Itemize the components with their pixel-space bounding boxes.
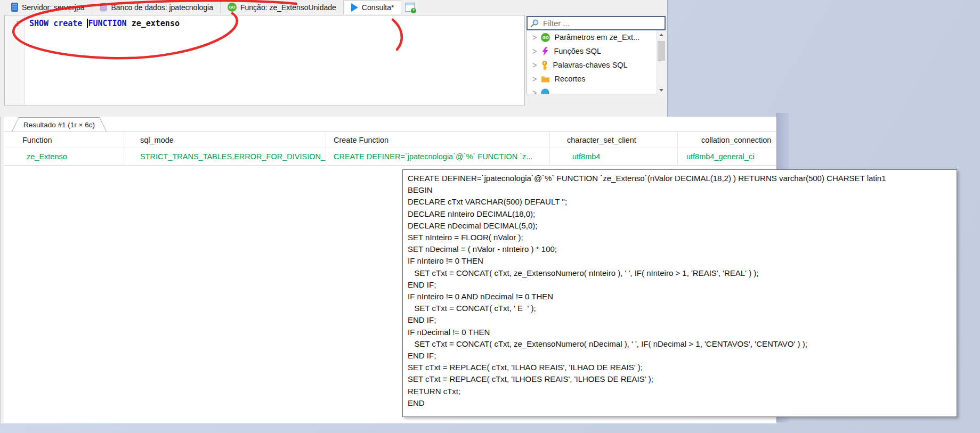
chevron-right-icon[interactable]: > bbox=[532, 60, 537, 70]
tab-query-label: Consulta* bbox=[362, 3, 394, 12]
cell-sql-mode[interactable]: STRICT_TRANS_TABLES,ERROR_FOR_DIVISION_B… bbox=[124, 148, 326, 165]
window-left-border bbox=[0, 117, 4, 423]
query-helpers-panel: > GO Parâmetros em ze_Ext... > Funções S… bbox=[527, 16, 666, 94]
chevron-right-icon[interactable]: > bbox=[532, 32, 537, 42]
tree-item-label: Parâmetros em ze_Ext... bbox=[554, 33, 639, 42]
result-tab-label: Resultado #1 (1r × 6c) bbox=[23, 121, 95, 129]
lightning-icon bbox=[541, 47, 549, 56]
filter-input[interactable] bbox=[542, 18, 662, 28]
tree-item-clipped[interactable]: > bbox=[527, 86, 665, 94]
tree-item-snippets[interactable]: > Recortes bbox=[527, 72, 665, 86]
main-tab-bar: Servidor: serverjpa Banco de dados: jpat… bbox=[4, 0, 418, 14]
tab-function-label: Função: ze_ExtensoUnidade bbox=[240, 3, 336, 12]
tab-database-label: Banco de dados: jpatecnologia bbox=[111, 3, 213, 12]
go-icon: GO bbox=[541, 33, 550, 42]
tree-item-sql-functions[interactable]: > Funções SQL bbox=[527, 44, 665, 58]
go-icon: GO bbox=[228, 3, 237, 12]
sql-keywords: SHOW create bbox=[29, 19, 87, 28]
tab-server-label: Servidor: serverjpa bbox=[22, 3, 85, 12]
column-header-sql-mode[interactable]: sql_mode bbox=[124, 132, 326, 148]
search-icon bbox=[530, 19, 539, 28]
cell-collation-connection[interactable]: utf8mb4_general_ci bbox=[678, 148, 776, 165]
globe-icon bbox=[541, 88, 549, 94]
line-number: 1 bbox=[15, 19, 20, 28]
database-icon bbox=[99, 3, 108, 12]
chevron-right-icon[interactable]: > bbox=[532, 87, 537, 94]
cell-function[interactable]: ze_Extenso bbox=[4, 148, 124, 165]
tree-item-label: Palavras-chaves SQL bbox=[553, 61, 627, 69]
tree-item-label: Recortes bbox=[554, 75, 585, 83]
new-query-tab-icon: + bbox=[405, 3, 415, 12]
key-icon bbox=[541, 61, 548, 70]
scrollbar-thumb[interactable] bbox=[658, 41, 665, 61]
tree-item-sql-keywords[interactable]: > Palavras-chaves SQL bbox=[527, 58, 665, 72]
line-number-gutter: 1 bbox=[5, 15, 25, 105]
sql-keyword-function: FUNCTION bbox=[88, 19, 131, 28]
create-function-tooltip: CREATE DEFINER=`jpatecnologia`@`%` FUNCT… bbox=[402, 169, 957, 417]
filter-box[interactable] bbox=[527, 16, 666, 30]
cell-character-set-client[interactable]: utf8mb4 bbox=[550, 148, 678, 165]
new-query-tab-button[interactable]: + bbox=[401, 0, 418, 14]
chevron-right-icon[interactable]: > bbox=[532, 46, 537, 56]
column-header-create-function[interactable]: Create Function bbox=[326, 132, 550, 148]
tab-function[interactable]: GO Função: ze_ExtensoUnidade bbox=[221, 0, 344, 14]
tree-item-parameters[interactable]: > GO Parâmetros em ze_Ext... bbox=[527, 30, 665, 44]
result-tab[interactable]: Resultado #1 (1r × 6c) bbox=[12, 117, 107, 132]
scroll-up-arrow-icon[interactable] bbox=[657, 30, 666, 39]
grid-header-row: Function sql_mode Create Function charac… bbox=[4, 132, 776, 148]
chevron-right-icon[interactable]: > bbox=[532, 73, 537, 84]
result-grid: Function sql_mode Create Function charac… bbox=[4, 132, 776, 166]
cell-create-function[interactable]: CREATE DEFINER=`jpatecnologia`@`%` FUNCT… bbox=[326, 148, 550, 165]
column-header-character-set-client[interactable]: character_set_client bbox=[550, 132, 678, 148]
tab-database[interactable]: Banco de dados: jpatecnologia bbox=[92, 0, 221, 14]
column-header-collation-connection[interactable]: collation_connection bbox=[678, 132, 776, 148]
column-header-function[interactable]: Function bbox=[4, 132, 124, 148]
desktop: Servidor: serverjpa Banco de dados: jpat… bbox=[0, 0, 980, 433]
sql-editor[interactable]: 1 SHOW create FUNCTION ze_extenso bbox=[4, 15, 525, 105]
sql-code-line[interactable]: SHOW create FUNCTION ze_extenso bbox=[25, 15, 524, 31]
scroll-down-arrow-icon[interactable] bbox=[657, 86, 666, 94]
tree-scrollbar[interactable] bbox=[657, 30, 666, 94]
tree-item-label: Funções SQL bbox=[554, 47, 601, 55]
tab-server[interactable]: Servidor: serverjpa bbox=[4, 0, 92, 14]
play-icon bbox=[351, 3, 358, 12]
server-icon bbox=[11, 3, 18, 12]
tab-query[interactable]: Consulta* bbox=[344, 0, 402, 14]
folder-icon bbox=[541, 75, 550, 83]
helpers-tree: > GO Parâmetros em ze_Ext... > Funções S… bbox=[527, 30, 666, 94]
table-row[interactable]: ze_Extenso STRICT_TRANS_TABLES,ERROR_FOR… bbox=[4, 148, 776, 166]
sql-identifier: ze_extenso bbox=[132, 19, 180, 28]
